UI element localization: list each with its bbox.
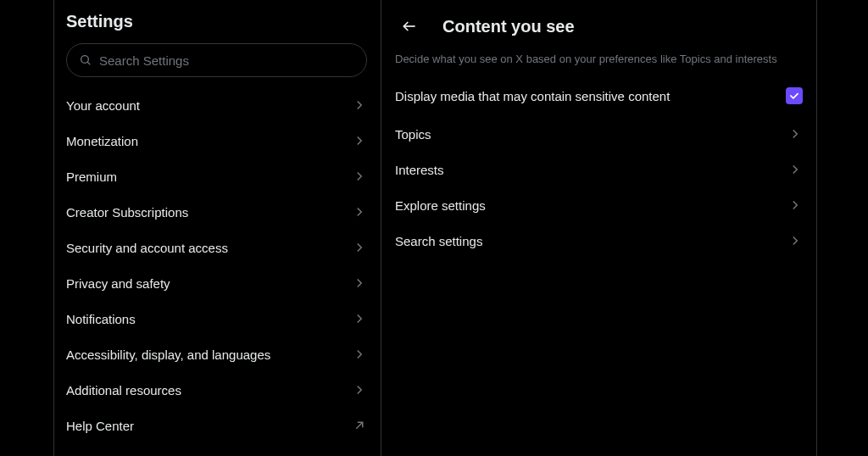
left-nav-strip bbox=[0, 0, 53, 456]
content-header: Content you see bbox=[381, 8, 816, 46]
chevron-right-icon bbox=[787, 126, 803, 142]
svg-point-0 bbox=[81, 56, 89, 64]
search-container bbox=[53, 40, 381, 87]
settings-title: Settings bbox=[53, 8, 381, 40]
chevron-right-icon bbox=[787, 162, 803, 177]
settings-item-label: Monetization bbox=[66, 134, 138, 148]
settings-item-premium[interactable]: Premium bbox=[53, 158, 381, 194]
right-strip bbox=[817, 0, 868, 456]
content-item-interests[interactable]: Interests bbox=[381, 152, 816, 187]
chevron-right-icon bbox=[787, 197, 803, 213]
settings-item-label: Notifications bbox=[66, 312, 136, 326]
content-item-label: Interests bbox=[395, 163, 444, 177]
settings-item-accessibility[interactable]: Accessibility, display, and languages bbox=[53, 336, 381, 372]
content-item-label: Topics bbox=[395, 127, 431, 142]
content-title: Content you see bbox=[442, 17, 575, 36]
content-pane: Content you see Decide what you see on X… bbox=[381, 0, 817, 456]
app-root: Settings Your account Monetization Premi… bbox=[0, 0, 868, 456]
chevron-right-icon bbox=[352, 382, 367, 398]
chevron-right-icon bbox=[352, 275, 367, 291]
settings-item-label: Security and account access bbox=[66, 241, 228, 255]
sensitive-media-toggle-row: Display media that may contain sensitive… bbox=[381, 79, 816, 116]
search-icon bbox=[79, 53, 92, 67]
chevron-right-icon bbox=[352, 347, 367, 362]
settings-item-creator-subs[interactable]: Creator Subscriptions bbox=[53, 194, 381, 230]
settings-item-label: Premium bbox=[66, 170, 117, 184]
chevron-right-icon bbox=[352, 311, 367, 326]
chevron-right-icon bbox=[787, 233, 803, 248]
chevron-right-icon bbox=[352, 240, 367, 255]
settings-list: Your account Monetization Premium Creato… bbox=[53, 87, 381, 443]
sensitive-media-checkbox[interactable] bbox=[786, 87, 803, 104]
settings-item-your-account[interactable]: Your account bbox=[53, 87, 381, 123]
chevron-right-icon bbox=[352, 169, 367, 184]
content-item-topics[interactable]: Topics bbox=[381, 116, 816, 152]
settings-item-help-center[interactable]: Help Center bbox=[53, 408, 381, 443]
settings-item-additional-resources[interactable]: Additional resources bbox=[53, 372, 381, 408]
settings-item-monetization[interactable]: Monetization bbox=[53, 123, 381, 158]
search-settings[interactable] bbox=[66, 43, 367, 77]
settings-item-label: Privacy and safety bbox=[66, 276, 170, 291]
chevron-right-icon bbox=[352, 97, 367, 113]
settings-pane: Settings Your account Monetization Premi… bbox=[53, 0, 381, 456]
settings-item-security[interactable]: Security and account access bbox=[53, 230, 381, 265]
chevron-right-icon bbox=[352, 204, 367, 220]
back-button[interactable] bbox=[395, 12, 424, 41]
check-icon bbox=[788, 90, 800, 102]
search-input[interactable] bbox=[99, 53, 354, 68]
settings-item-label: Help Center bbox=[66, 419, 134, 433]
content-item-search-settings[interactable]: Search settings bbox=[381, 223, 816, 259]
settings-item-notifications[interactable]: Notifications bbox=[53, 301, 381, 336]
arrow-left-icon bbox=[401, 18, 418, 35]
settings-item-label: Creator Subscriptions bbox=[66, 205, 188, 220]
settings-item-label: Accessibility, display, and languages bbox=[66, 348, 270, 362]
svg-line-2 bbox=[356, 422, 363, 429]
external-link-icon bbox=[352, 418, 367, 433]
sensitive-media-label: Display media that may contain sensitive… bbox=[395, 89, 670, 103]
content-item-explore-settings[interactable]: Explore settings bbox=[381, 187, 816, 223]
content-item-label: Explore settings bbox=[395, 198, 486, 213]
content-subtitle: Decide what you see on X based on your p… bbox=[381, 46, 816, 79]
settings-item-privacy[interactable]: Privacy and safety bbox=[53, 265, 381, 301]
svg-line-1 bbox=[87, 62, 90, 64]
settings-item-label: Additional resources bbox=[66, 383, 181, 398]
chevron-right-icon bbox=[352, 133, 367, 148]
settings-item-label: Your account bbox=[66, 98, 140, 113]
content-item-label: Search settings bbox=[395, 234, 482, 248]
